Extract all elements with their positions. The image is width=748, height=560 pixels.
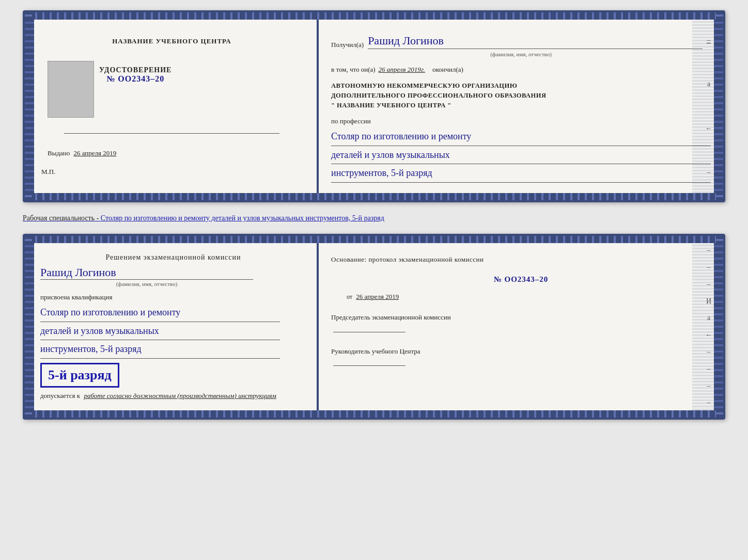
bottom-border	[25, 193, 723, 200]
bottom-border-bottom	[25, 410, 723, 418]
certificate-number: № OO2343–20	[99, 74, 172, 84]
vydano-row: Выдано 26 апреля 2019	[48, 149, 116, 157]
prisvoena-label: присвоена квалификация	[40, 293, 112, 301]
dopuskaetsya-label: допускается к	[40, 392, 80, 399]
top-border	[25, 12, 723, 20]
ot-date: 26 апреля 2019	[356, 293, 399, 300]
rukovoditel-block: Руководитель учебного Центра	[331, 346, 711, 370]
protocol-number: № OO2343–20	[331, 273, 711, 286]
person-name: Рашид Логинов	[40, 266, 253, 280]
org-line3: " НАЗВАНИЕ УЧЕБНОГО ЦЕНТРА "	[331, 101, 711, 110]
card-top-right: Получил(а) Рашид Логинов – (фамилия, имя…	[319, 20, 723, 193]
certificate-block: УДОСТОВЕРЕНИЕ № OO2343–20	[99, 66, 172, 118]
card-bottom-left: Решением экзаменационной комиссии Рашид …	[25, 243, 318, 410]
profession-line1: Столяр по изготовлению и ремонту	[331, 131, 471, 141]
certificate-label: УДОСТОВЕРЕНИЕ	[99, 66, 172, 74]
predsedatel-sig-line	[333, 332, 406, 332]
certificate-card-top: НАЗВАНИЕ УЧЕБНОГО ЦЕНТРА УДОСТОВЕРЕНИЕ №…	[23, 10, 725, 202]
specialty-prefix: Рабочая специальность -	[23, 214, 101, 222]
fio-hint-bottom: (фамилия, имя, отчество)	[40, 281, 253, 287]
vtom-label: в том, что он(а)	[331, 66, 376, 74]
rukovoditel-label: Руководитель учебного Центра	[331, 346, 711, 357]
qual-line1: Столяр по изготовлению и ремонту	[40, 307, 180, 317]
certificate-card-bottom: Решением экзаменационной комиссии Рашид …	[23, 234, 725, 420]
mp-label: М.П.	[41, 168, 55, 176]
profession-block-top: по профессии Столяр по изготовлению и ре…	[331, 117, 711, 183]
photo-placeholder	[48, 61, 94, 118]
rukovoditel-sig-line	[333, 365, 406, 366]
card-top-left: НАЗВАНИЕ УЧЕБНОГО ЦЕНТРА УДОСТОВЕРЕНИЕ №…	[25, 20, 318, 193]
rank-box: 5-й разряд	[40, 363, 119, 388]
resheniye-label: Решением экзаменационной комиссии	[40, 253, 306, 262]
profession-line3: инструментов, 5-й разряд	[331, 168, 432, 178]
org-line1: АВТОНОМНУЮ НЕКОММЕРЧЕСКУЮ ОРГАНИЗАЦИЮ	[331, 81, 711, 91]
side-marks-top: – а ← –	[705, 20, 713, 193]
vydano-date: 26 апреля 2019	[74, 149, 117, 157]
qual-line2: деталей и узлов музыкальных	[40, 326, 159, 336]
poluchil-label: Получил(а)	[331, 41, 364, 49]
recipient-name: Рашид Логинов	[368, 34, 703, 49]
osnovanie-label: Основание: протокол экзаменационной коми…	[331, 253, 711, 265]
dopuskaetsya-value: работе согласно должностным (производств…	[84, 392, 276, 399]
qual-line3: инструментов, 5-й разряд	[40, 344, 142, 354]
school-name-top: НАЗВАНИЕ УЧЕБНОГО ЦЕНТРА	[112, 37, 231, 45]
specialty-value: Столяр по изготовлению и ремонту деталей…	[101, 214, 384, 222]
osnovanie-block: Основание: протокол экзаменационной коми…	[331, 253, 711, 303]
fio-hint-top: (фамилия, имя, отчество)	[331, 51, 711, 57]
ot-label: от	[347, 293, 352, 300]
vydano-label: Выдано	[48, 149, 70, 157]
side-marks-bottom: – – – И а ← – – – –	[705, 243, 713, 410]
dopuskaetsya-block: допускается к работе согласно должностны…	[40, 392, 276, 400]
recipient-row: Получил(а) Рашид Логинов –	[331, 34, 711, 49]
org-text: АВТОНОМНУЮ НЕКОММЕРЧЕСКУЮ ОРГАНИЗАЦИЮ ДО…	[331, 81, 711, 110]
profession-line2: деталей и узлов музыкальных	[331, 150, 450, 160]
card-bottom-right: Основание: протокол экзаменационной коми…	[319, 243, 723, 410]
vtom-date: 26 апреля 2019г.	[379, 66, 425, 74]
po-professii-label: по профессии	[331, 117, 711, 125]
predsedatel-label: Председатель экзаменационной комиссии	[331, 312, 711, 323]
org-line2: ДОПОЛНИТЕЛЬНОГО ПРОФЕССИОНАЛЬНОГО ОБРАЗО…	[331, 91, 711, 101]
specialty-label: Рабочая специальность - Столяр по изгото…	[23, 213, 725, 223]
top-border-bottom	[25, 236, 723, 243]
rank-text: 5-й разряд	[48, 367, 112, 382]
predsedatel-block: Председатель экзаменационной комиссии	[331, 312, 711, 336]
ot-row: от 26 апреля 2019	[331, 291, 711, 303]
vtom-row: в том, что он(а) 26 апреля 2019г. окончи…	[331, 66, 711, 74]
okonchil-label: окончил(а)	[432, 66, 463, 74]
